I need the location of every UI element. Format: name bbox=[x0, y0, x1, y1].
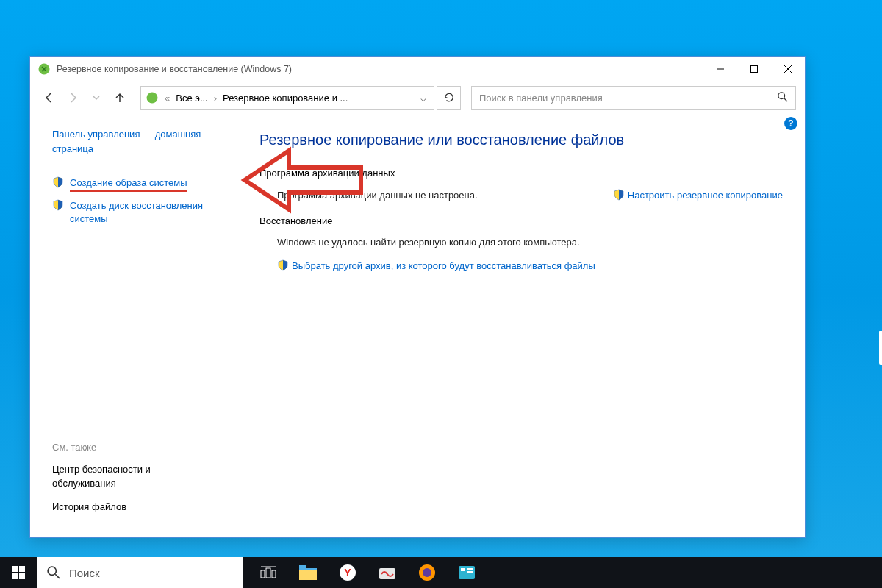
create-recovery-disc-link[interactable]: Создать диск восстановления системы bbox=[52, 199, 214, 226]
security-center-link[interactable]: Центр безопасности и обслуживания bbox=[52, 463, 214, 490]
svg-line-7 bbox=[784, 98, 787, 101]
svg-rect-27 bbox=[461, 568, 465, 571]
explorer-icon[interactable] bbox=[288, 557, 328, 588]
svg-rect-20 bbox=[299, 568, 317, 570]
search-icon bbox=[47, 566, 60, 579]
svg-line-13 bbox=[55, 574, 60, 578]
shield-icon bbox=[52, 199, 64, 211]
up-button[interactable] bbox=[110, 87, 130, 108]
annotation-arrow bbox=[237, 136, 370, 224]
shield-icon bbox=[52, 176, 64, 188]
setup-backup-link[interactable]: Настроить резервное копирование bbox=[613, 189, 783, 201]
control-panel-window: Резервное копирование и восстановление (… bbox=[29, 56, 806, 538]
breadcrumb-1[interactable]: Все э... bbox=[176, 93, 207, 104]
app-icon bbox=[37, 62, 51, 76]
start-button[interactable] bbox=[0, 557, 37, 588]
svg-rect-2 bbox=[751, 66, 758, 73]
search-icon[interactable] bbox=[778, 92, 788, 104]
shield-icon bbox=[613, 189, 625, 201]
svg-rect-15 bbox=[266, 568, 270, 578]
main-content: Резервное копирование или восстановление… bbox=[223, 114, 805, 537]
windows-icon bbox=[12, 566, 25, 579]
svg-rect-28 bbox=[467, 568, 473, 570]
task-view-button[interactable] bbox=[248, 557, 288, 588]
app-icon-2[interactable] bbox=[447, 557, 487, 588]
refresh-button[interactable] bbox=[437, 86, 461, 110]
svg-rect-11 bbox=[19, 573, 25, 579]
recent-dropdown[interactable] bbox=[86, 87, 107, 108]
svg-rect-8 bbox=[12, 566, 18, 572]
chevron-right-icon: › bbox=[214, 93, 217, 104]
address-bar[interactable]: « Все э... › Резервное копирование и ...… bbox=[140, 86, 434, 110]
page-heading: Резервное копирование или восстановление… bbox=[259, 132, 783, 148]
toolbar: « Все э... › Резервное копирование и ...… bbox=[30, 82, 805, 114]
svg-point-6 bbox=[778, 92, 785, 98]
titlebar[interactable]: Резервное копирование и восстановление (… bbox=[30, 57, 805, 82]
back-button[interactable] bbox=[39, 87, 60, 108]
sidebar: Панель управления — домашняя страница Со… bbox=[30, 114, 223, 537]
taskbar-icons: Y bbox=[243, 557, 487, 588]
svg-text:Y: Y bbox=[344, 567, 351, 578]
svg-rect-9 bbox=[19, 566, 25, 572]
taskbar-search[interactable]: Поиск bbox=[37, 557, 243, 588]
breadcrumb-2[interactable]: Резервное копирование и ... bbox=[223, 93, 348, 104]
select-another-backup-link[interactable]: Выбрать другой архив, из которого будут … bbox=[292, 260, 595, 271]
maximize-button[interactable] bbox=[737, 57, 771, 82]
svg-rect-14 bbox=[261, 570, 265, 578]
window-title: Резервное копирование и восстановление (… bbox=[57, 64, 703, 74]
forward-button[interactable] bbox=[62, 87, 83, 108]
search-placeholder: Поиск в панели управления bbox=[479, 93, 603, 104]
control-panel-home-link[interactable]: Панель управления — домашняя страница bbox=[52, 127, 214, 156]
shield-icon bbox=[277, 259, 289, 271]
create-system-image-link[interactable]: Создание образа системы bbox=[52, 176, 214, 192]
yandex-browser-icon[interactable]: Y bbox=[328, 557, 368, 588]
svg-rect-29 bbox=[467, 571, 473, 573]
search-input[interactable]: Поиск в панели управления bbox=[471, 86, 796, 110]
restore-section-title: Восстановление bbox=[259, 215, 783, 226]
desktop-edge-indicator bbox=[879, 331, 882, 365]
firefox-icon[interactable] bbox=[407, 557, 447, 588]
chevron-down-icon[interactable]: ⌵ bbox=[417, 93, 429, 104]
close-button[interactable] bbox=[771, 57, 805, 82]
minimize-button[interactable] bbox=[703, 57, 737, 82]
svg-rect-10 bbox=[12, 573, 18, 579]
taskbar: Поиск Y bbox=[0, 557, 882, 588]
svg-rect-16 bbox=[272, 570, 276, 578]
location-icon bbox=[146, 91, 159, 104]
file-history-link[interactable]: История файлов bbox=[52, 501, 214, 514]
svg-point-12 bbox=[48, 567, 56, 575]
svg-point-25 bbox=[423, 568, 431, 577]
backup-section-title: Программа архивации данных bbox=[259, 168, 783, 179]
see-also-label: См. также bbox=[52, 442, 214, 453]
backup-status-text: Программа архивации данных не настроена. bbox=[277, 190, 613, 201]
restore-status-text: Windows не удалось найти резервную копию… bbox=[277, 237, 783, 248]
app-icon-1[interactable] bbox=[368, 557, 407, 588]
svg-point-5 bbox=[147, 93, 158, 104]
